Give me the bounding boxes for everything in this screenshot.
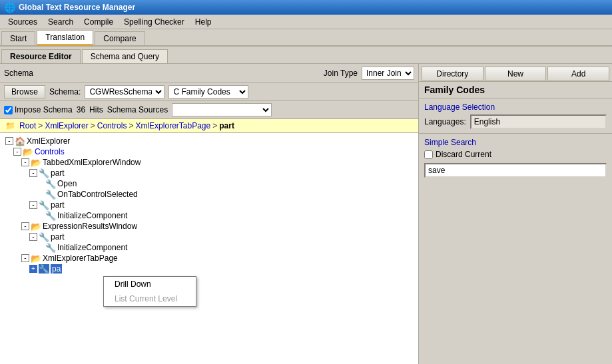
tree-item-label: Controls [35,147,65,156]
breadcrumb-root[interactable]: Root [19,121,36,130]
tree-area[interactable]: - 🏠 XmlExplorer - 📂 Controls - 📂 TabbedX… [0,133,418,364]
impose-schema-checkbox[interactable] [4,106,13,114]
breadcrumb-folder-icon: 📁 [5,121,15,130]
tree-toggle[interactable]: - [29,169,37,177]
breadcrumb-xmlexplorertabpage[interactable]: XmlExplorerTabPage [135,121,210,130]
tab-row-2: Resource Editor Schema and Query [0,47,612,64]
context-menu-list-current-level: List Current Level [104,291,196,306]
menu-help[interactable]: Help [190,16,217,28]
discard-current-label: Discard Current [436,150,491,159]
join-type-area: Join Type Inner Join [324,67,414,80]
file-icon: 🔧 [45,243,56,252]
tree-item-label: XmlExplorerTabPage [43,254,118,263]
list-item[interactable]: - 📂 ExpressionResultsWindow [3,221,416,232]
breadcrumb-controls[interactable]: Controls [97,121,127,130]
impose-schema-label[interactable]: Impose Schema [4,105,73,114]
file-icon: 🔧 [39,264,49,273]
app-title: Global Text Resource Manager [19,3,135,12]
new-button[interactable]: New [485,67,547,81]
list-item[interactable]: - 🔧 part [3,168,416,178]
tree-toggle[interactable]: - [21,158,29,166]
list-item[interactable]: - 📂 XmlExplorerTabPage [3,253,416,264]
simple-search-title: Simple Search [424,138,607,147]
tab-resource-editor[interactable]: Resource Editor [1,49,81,63]
tree-item-label: InitializeComponent [57,211,127,220]
join-type-select[interactable]: Inner Join [362,67,414,80]
tree-item-label: part [51,232,65,242]
file-icon: 🔧 [39,200,49,210]
tree-toggle[interactable]: - [5,137,13,145]
languages-input[interactable] [470,114,607,129]
tree-item-label-selected: pa [51,264,62,273]
folder-icon: 📂 [31,254,41,263]
tree-toggle[interactable]: - [13,148,21,156]
language-section: Language Selection Languages: [419,98,612,134]
browse-button[interactable]: Browse [4,85,45,98]
main-content: Schema Join Type Inner Join Browse Schem… [0,64,612,364]
add-button[interactable]: Add [547,67,609,81]
menu-compile[interactable]: Compile [79,16,119,28]
schema-sources-select[interactable] [172,103,272,116]
tab-schema-and-query[interactable]: Schema and Query [82,49,168,63]
left-panel: Schema Join Type Inner Join Browse Schem… [0,64,419,364]
tree-item-label: Open [57,179,77,188]
tab-compare[interactable]: Compare [95,31,145,45]
breadcrumb: 📁 Root > XmlExplorer > Controls > XmlExp… [0,119,418,133]
list-item[interactable]: 🔧 Open [3,178,416,189]
breadcrumb-xmlexplorer[interactable]: XmlExplorer [45,121,88,130]
menu-sources[interactable]: Sources [3,16,43,28]
list-item[interactable]: - 🏠 XmlExplorer [3,136,416,146]
menu-bar: Sources Search Compile Spelling Checker … [0,15,612,29]
tree-item-label: InitializeComponent [57,243,127,252]
folder-icon: 📂 [31,158,41,167]
hits-label: Hits [89,105,103,114]
join-type-label: Join Type [324,69,358,78]
controls-row: Browse Schema: CGWResSchema C Family Cod… [0,83,418,101]
tree-toggle[interactable]: + [29,265,37,273]
list-item[interactable]: + 🔧 pa [3,264,416,274]
tree-toggle[interactable]: - [21,222,29,230]
tab-translation[interactable]: Translation [37,30,93,45]
discard-row: Discard Current [424,150,607,159]
folder-icon: 📂 [31,222,41,231]
context-menu-drill-down[interactable]: Drill Down [104,277,196,291]
tree-item-label: OnTabControlSelected [57,190,138,199]
app-icon: 🌐 [4,2,15,13]
simple-search-section: Simple Search Discard Current [419,134,612,182]
schema-select[interactable]: CGWResSchema [85,85,164,98]
tree-item-label: XmlExplorer [27,136,70,146]
tree-toggle[interactable]: - [29,201,37,209]
list-item[interactable]: 🔧 InitializeComponent [3,210,416,221]
folder-icon: 🏠 [15,136,25,146]
breadcrumb-current: part [219,121,234,130]
tree-toggle[interactable]: - [21,254,29,262]
family-codes-label: Family Codes [424,85,485,95]
tab-start[interactable]: Start [1,31,35,45]
file-icon: 🔧 [45,211,56,220]
list-item[interactable]: - 📂 TabbedXmlExplorerWindow [3,157,416,168]
family-codes-select[interactable]: C Family Codes [168,85,248,98]
list-item[interactable]: - 📂 Controls [3,146,416,157]
schema-sources-label: Schema Sources [107,105,168,114]
file-icon: 🔧 [39,168,49,178]
discard-current-checkbox[interactable] [424,150,433,159]
simple-search-input[interactable] [424,163,607,178]
right-btn-row: Directory New Add [419,64,612,82]
menu-search[interactable]: Search [43,16,79,28]
tree-item-label: part [51,200,65,210]
context-menu: Drill Down List Current Level [103,276,196,307]
tree-item-label: part [51,168,65,178]
tree-item-label: ExpressionResultsWindow [43,222,137,231]
list-item[interactable]: 🔧 OnTabControlSelected [3,189,416,200]
menu-spelling-checker[interactable]: Spelling Checker [119,16,190,28]
schema-bar: Schema Join Type Inner Join [0,64,418,83]
schema-label: Schema [4,69,33,78]
file-icon: 🔧 [39,232,49,242]
list-item[interactable]: 🔧 InitializeComponent [3,242,416,253]
tree-toggle[interactable]: - [29,233,37,241]
file-icon: 🔧 [45,190,56,199]
directory-button[interactable]: Directory [422,67,483,81]
right-panel: Directory New Add Family Codes Language … [419,64,612,364]
list-item[interactable]: - 🔧 part [3,200,416,210]
list-item[interactable]: - 🔧 part [3,232,416,242]
